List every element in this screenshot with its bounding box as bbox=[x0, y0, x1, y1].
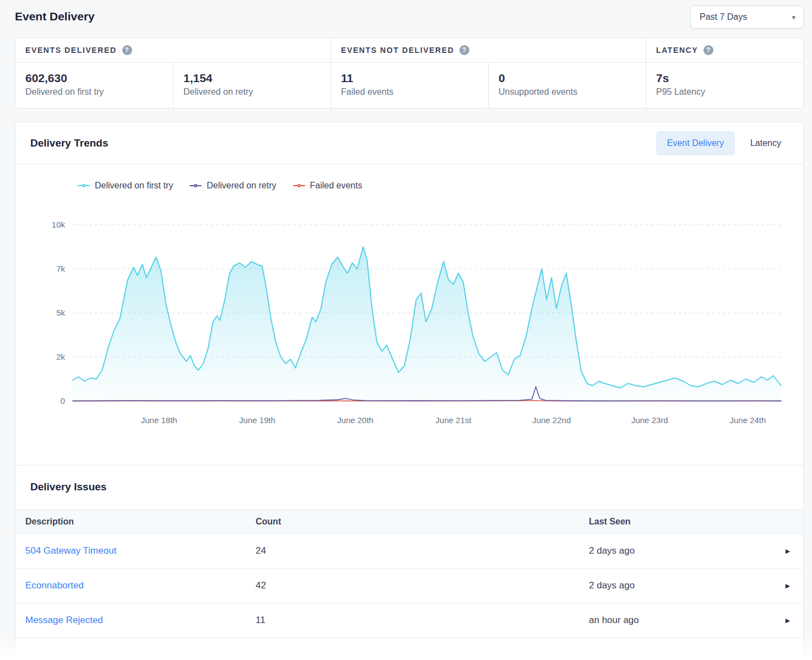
metric-label: Failed events bbox=[341, 87, 478, 97]
legend-failed-events[interactable]: Failed events bbox=[293, 181, 362, 191]
metric-value: 11 bbox=[341, 72, 478, 85]
delivery-trends-card: Delivery Trends Event Delivery Latency D… bbox=[15, 122, 804, 660]
stats-header-row: EVENTS DELIVERED EVENTS NOT DELIVERED LA… bbox=[15, 38, 803, 63]
legend-label: Delivered on retry bbox=[207, 181, 276, 191]
metric-value: 1,154 bbox=[183, 72, 321, 85]
help-icon[interactable] bbox=[459, 45, 469, 55]
line-dot-marker-icon bbox=[190, 183, 202, 188]
metric-value: 0 bbox=[499, 72, 636, 85]
help-icon[interactable] bbox=[122, 45, 132, 55]
svg-text:June 21st: June 21st bbox=[436, 415, 472, 425]
svg-text:7k: 7k bbox=[56, 264, 65, 273]
col-count: Count bbox=[256, 517, 589, 527]
metric-delivered-retry: 1,154 Delivered on retry bbox=[173, 63, 331, 108]
delivery-issues-title: Delivery Issues bbox=[15, 466, 803, 510]
stats-section-latency: LATENCY bbox=[646, 38, 803, 62]
stats-summary-card: EVENTS DELIVERED EVENTS NOT DELIVERED LA… bbox=[15, 37, 804, 109]
page-header: Event Delivery Past 7 Days bbox=[15, 0, 804, 37]
tab-latency[interactable]: Latency bbox=[739, 131, 792, 155]
table-row[interactable]: Econnaborted 42 2 days ago bbox=[15, 569, 803, 603]
chart-legend: Delivered on first try Delivered on retr… bbox=[78, 181, 803, 191]
date-range-value: Past 7 Days bbox=[700, 12, 747, 22]
legend-delivered-first-try[interactable]: Delivered on first try bbox=[78, 181, 173, 191]
metric-label: Delivered on first try bbox=[25, 87, 163, 97]
issue-count: 42 bbox=[256, 580, 589, 591]
svg-text:June 18th: June 18th bbox=[141, 415, 177, 425]
chevron-down-icon bbox=[792, 14, 795, 21]
trends-title: Delivery Trends bbox=[30, 137, 109, 149]
issue-last-seen: an hour ago bbox=[589, 615, 772, 626]
events-not-delivered-title: EVENTS NOT DELIVERED bbox=[341, 46, 454, 55]
metric-failed-events: 11 Failed events bbox=[331, 63, 488, 108]
trends-tabs: Event Delivery Latency bbox=[656, 131, 792, 155]
chevron-right-icon[interactable] bbox=[786, 548, 790, 555]
issue-count: 11 bbox=[256, 615, 589, 626]
table-row[interactable]: 504 Gateway Timeout 24 2 days ago bbox=[15, 534, 803, 569]
legend-label: Delivered on first try bbox=[95, 181, 173, 191]
chevron-right-icon[interactable] bbox=[786, 582, 790, 589]
delivery-trends-chart: 02k5k7k10kJune 18thJune 19thJune 20thJun… bbox=[29, 217, 790, 426]
svg-text:2k: 2k bbox=[56, 352, 65, 361]
table-header-row: Description Count Last Seen bbox=[15, 510, 803, 534]
date-range-select[interactable]: Past 7 Days bbox=[690, 6, 804, 29]
table-row[interactable]: Message Rejected 11 an hour ago bbox=[15, 603, 803, 638]
metric-unsupported-events: 0 Unsupported events bbox=[488, 63, 646, 108]
svg-text:10k: 10k bbox=[52, 220, 66, 229]
svg-text:June 20th: June 20th bbox=[337, 415, 373, 425]
latency-title: LATENCY bbox=[656, 46, 698, 55]
metric-value: 7s bbox=[656, 72, 793, 85]
metric-label: Delivered on retry bbox=[183, 87, 321, 97]
issue-last-seen: 2 days ago bbox=[589, 580, 772, 591]
delivery-issues-table: Description Count Last Seen 504 Gateway … bbox=[15, 510, 803, 638]
issue-link[interactable]: Econnaborted bbox=[25, 580, 256, 591]
issue-link[interactable]: Message Rejected bbox=[25, 615, 256, 626]
metric-delivered-first-try: 602,630 Delivered on first try bbox=[15, 63, 173, 108]
legend-delivered-retry[interactable]: Delivered on retry bbox=[190, 181, 276, 191]
svg-text:5k: 5k bbox=[56, 308, 65, 317]
line-dot-marker-icon bbox=[78, 183, 90, 188]
svg-text:June 24th: June 24th bbox=[729, 415, 766, 425]
page-title: Event Delivery bbox=[15, 10, 95, 23]
help-icon[interactable] bbox=[703, 45, 713, 55]
line-dot-marker-icon bbox=[293, 183, 305, 188]
svg-text:June 22nd: June 22nd bbox=[532, 415, 571, 425]
events-delivered-title: EVENTS DELIVERED bbox=[25, 46, 117, 55]
metric-label: Unsupported events bbox=[499, 87, 636, 97]
trends-header: Delivery Trends Event Delivery Latency bbox=[15, 122, 803, 164]
issue-count: 24 bbox=[256, 545, 589, 556]
svg-text:0: 0 bbox=[61, 396, 65, 405]
metric-value: 602,630 bbox=[25, 72, 163, 85]
col-description: Description bbox=[25, 517, 256, 527]
stats-values-row: 602,630 Delivered on first try 1,154 Del… bbox=[15, 63, 803, 108]
metric-label: P95 Latency bbox=[656, 87, 793, 97]
issue-link[interactable]: 504 Gateway Timeout bbox=[25, 545, 256, 556]
stats-section-events-not-delivered: EVENTS NOT DELIVERED bbox=[331, 38, 646, 62]
legend-label: Failed events bbox=[310, 181, 362, 191]
stats-section-events-delivered: EVENTS DELIVERED bbox=[15, 38, 331, 62]
tab-event-delivery[interactable]: Event Delivery bbox=[656, 131, 735, 155]
metric-p95-latency: 7s P95 Latency bbox=[646, 63, 803, 108]
chevron-right-icon[interactable] bbox=[786, 617, 790, 624]
col-last-seen: Last Seen bbox=[589, 517, 772, 527]
svg-text:June 19th: June 19th bbox=[239, 415, 275, 425]
svg-text:June 23rd: June 23rd bbox=[631, 415, 668, 425]
issue-last-seen: 2 days ago bbox=[589, 545, 772, 556]
